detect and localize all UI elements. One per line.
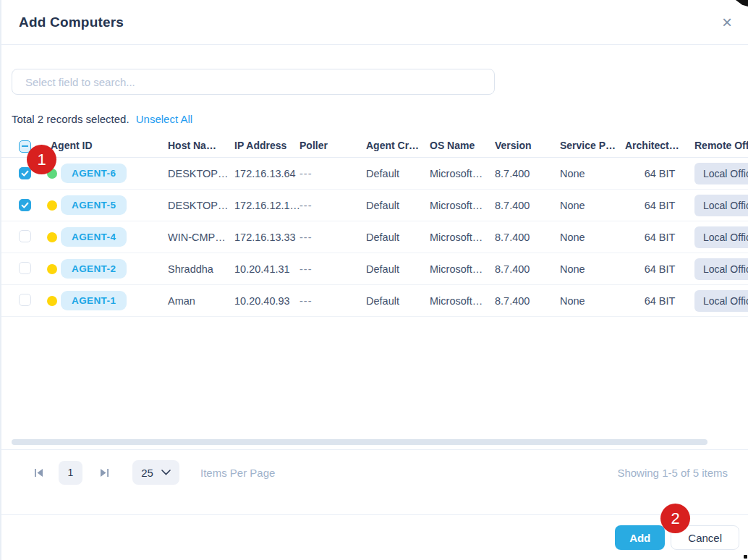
computers-table: Agent ID Host Na… IP Address Poller Agen… — [1, 133, 748, 317]
agent-id-cell: AGENT-1 — [47, 291, 168, 310]
table-row[interactable]: AGENT-2Shraddha10.20.41.31---DefaultMicr… — [1, 253, 748, 285]
column-header-architecture: Architect… — [625, 140, 694, 151]
column-header-os-name: OS Name — [430, 140, 495, 151]
status-dot — [47, 232, 57, 242]
agent-id-cell: AGENT-6 — [47, 164, 168, 183]
agent-id-badge: AGENT-2 — [61, 259, 127, 279]
table-row[interactable]: AGENT-4WIN-CMP…172.16.13.33---DefaultMic… — [1, 221, 748, 253]
column-header-remote-office: Remote Office — [694, 140, 748, 151]
host-name-cell: DESKTOP… — [168, 200, 234, 211]
agent-id-badge: AGENT-5 — [61, 195, 127, 215]
annotation-step-2: 2 — [660, 504, 690, 533]
remote-office-cell: Local Office — [694, 290, 748, 312]
agent-created-cell: Default — [366, 295, 430, 307]
remote-office-badge: Local Office — [694, 290, 748, 312]
poller-cell: --- — [299, 232, 366, 243]
ip-address-cell: 10.20.40.93 — [234, 295, 299, 307]
unselect-all-link[interactable]: Unselect All — [136, 113, 192, 125]
architecture-cell: 64 BIT — [625, 200, 694, 211]
column-header-agent-id: Agent ID — [47, 140, 168, 151]
checkbox-cell — [19, 262, 47, 276]
checkbox-cell — [19, 230, 47, 245]
architecture-cell: 64 BIT — [625, 232, 694, 243]
search-input[interactable] — [12, 69, 495, 95]
host-name-cell: Shraddha — [168, 263, 234, 275]
service-pack-cell: None — [560, 200, 625, 211]
status-dot — [47, 296, 57, 306]
poller-cell: --- — [299, 168, 366, 179]
selection-summary: Total 2 records selected. Unselect All — [12, 113, 192, 125]
service-pack-cell: None — [560, 263, 625, 275]
dialog-title: Add Computers — [19, 14, 124, 30]
first-page-button[interactable] — [33, 467, 44, 478]
checkbox-cell — [19, 199, 47, 211]
row-checkbox[interactable] — [19, 294, 31, 306]
remote-office-badge: Local Office — [694, 163, 748, 184]
os-name-cell: Microsoft… — [430, 263, 495, 275]
pagination-bar: 1 25 Items Per Page Showing 1-5 of 5 ite… — [1, 455, 748, 490]
service-pack-cell: None — [560, 232, 625, 243]
pagination-divider — [1, 449, 748, 450]
ip-address-cell: 172.16.13.64 — [234, 168, 299, 179]
table-row[interactable]: AGENT-1Aman10.20.40.93---DefaultMicrosof… — [1, 285, 748, 317]
ip-address-cell: 172.16.12.1… — [234, 200, 299, 211]
agent-id-cell: AGENT-5 — [47, 195, 168, 215]
column-header-ip-address: IP Address — [234, 140, 299, 151]
checkbox-cell — [19, 294, 47, 308]
agent-id-cell: AGENT-4 — [47, 227, 168, 247]
cursor-artifact — [744, 555, 747, 559]
service-pack-cell: None — [560, 295, 625, 307]
version-cell: 8.7.400 — [495, 168, 560, 179]
agent-created-cell: Default — [366, 232, 430, 243]
items-per-page-label: Items Per Page — [200, 467, 275, 479]
row-checkbox[interactable] — [19, 167, 31, 179]
poller-cell: --- — [299, 200, 366, 211]
remote-office-badge: Local Office — [694, 195, 748, 216]
row-checkbox[interactable] — [19, 199, 31, 211]
agent-created-cell: Default — [366, 168, 430, 179]
dialog-footer: Add Cancel — [1, 514, 748, 560]
os-name-cell: Microsoft… — [430, 200, 495, 211]
poller-cell: --- — [299, 263, 366, 275]
add-button[interactable]: Add — [615, 525, 665, 550]
version-cell: 8.7.400 — [495, 295, 560, 307]
last-page-button[interactable] — [99, 467, 110, 478]
remote-office-badge: Local Office — [694, 258, 748, 280]
column-header-service-pack: Service P… — [560, 140, 625, 151]
page-size-value: 25 — [141, 467, 153, 479]
table-header-row: Agent ID Host Na… IP Address Poller Agen… — [1, 133, 748, 158]
row-checkbox[interactable] — [19, 262, 31, 274]
page-size-dropdown[interactable]: 25 — [132, 460, 179, 485]
table-row[interactable]: AGENT-5DESKTOP…172.16.12.1…---DefaultMic… — [1, 190, 748, 221]
status-dot — [47, 200, 57, 211]
agent-id-cell: AGENT-2 — [47, 259, 168, 279]
remote-office-cell: Local Office — [694, 226, 748, 248]
agent-id-badge: AGENT-1 — [61, 291, 127, 310]
table-row[interactable]: AGENT-6DESKTOP…172.16.13.64---DefaultMic… — [1, 158, 748, 190]
ip-address-cell: 10.20.41.31 — [234, 263, 299, 275]
showing-items-text: Showing 1-5 of 5 items — [617, 467, 728, 479]
remote-office-badge: Local Office — [694, 226, 748, 248]
column-header-host-name: Host Na… — [168, 140, 234, 151]
service-pack-cell: None — [560, 168, 625, 179]
agent-id-badge: AGENT-4 — [61, 227, 127, 247]
agent-id-badge: AGENT-6 — [61, 164, 127, 183]
remote-office-cell: Local Office — [694, 258, 748, 280]
remote-office-cell: Local Office — [694, 163, 748, 184]
page-number-button[interactable]: 1 — [59, 461, 82, 485]
column-header-poller: Poller — [299, 140, 366, 151]
row-checkbox[interactable] — [19, 230, 31, 242]
agent-created-cell: Default — [366, 200, 430, 211]
remote-office-cell: Local Office — [694, 195, 748, 216]
os-name-cell: Microsoft… — [430, 168, 495, 179]
version-cell: 8.7.400 — [495, 200, 560, 211]
table-body: AGENT-6DESKTOP…172.16.13.64---DefaultMic… — [1, 158, 748, 317]
version-cell: 8.7.400 — [495, 263, 560, 275]
architecture-cell: 64 BIT — [625, 295, 694, 307]
agent-created-cell: Default — [366, 263, 430, 275]
annotation-step-1: 1 — [27, 145, 56, 174]
dialog-header: Add Computers × — [1, 0, 748, 45]
close-icon[interactable]: × — [718, 14, 736, 31]
horizontal-scrollbar[interactable] — [12, 439, 707, 445]
os-name-cell: Microsoft… — [430, 232, 495, 243]
